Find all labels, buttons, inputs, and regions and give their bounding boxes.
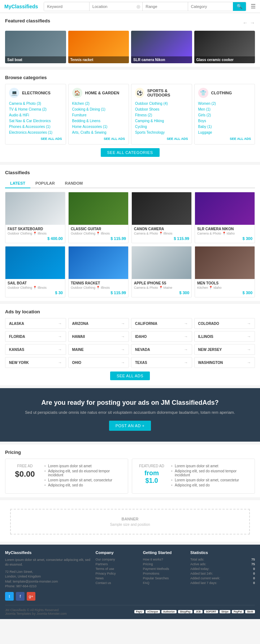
cat-see-all[interactable]: SEE ALL ADS (9, 137, 62, 141)
location-input[interactable] (90, 2, 134, 11)
see-all-categories-button[interactable]: SEE ALL CATEGORIES (101, 148, 160, 157)
location-item[interactable]: NEVADA → (131, 344, 192, 355)
twitter-button[interactable]: t (5, 592, 14, 601)
footer-link[interactable]: FAQ (143, 581, 186, 585)
cat-link[interactable]: Girls (2) (198, 113, 211, 117)
location-item[interactable]: WASHINGTON → (194, 357, 255, 368)
cat-name: HOME & GARDEN (85, 91, 120, 95)
footer-link[interactable]: Privacy Policy (96, 572, 139, 575)
location-item[interactable]: FLORIDA → (5, 331, 66, 342)
googleplus-button[interactable]: g+ (27, 592, 35, 601)
location-item[interactable]: OHIO → (68, 357, 129, 368)
cat-link[interactable]: Arts, Crafts & Sewing (72, 130, 107, 134)
product-category: Outdoor Clothing 📍Illinois (71, 232, 126, 235)
featured-item[interactable]: Sail boat (5, 31, 66, 63)
tab-random[interactable]: RANDOM (60, 179, 88, 188)
cat-link[interactable]: Bedding & Linens (72, 119, 100, 123)
location-item[interactable]: IDAHO → (131, 331, 192, 342)
product-card[interactable]: SLR CAMERA NIKON Camera & Photo 📍Idaho $… (195, 192, 255, 243)
cat-link[interactable]: Sports Technology (135, 130, 165, 134)
pricing-grid: FREE AD $0.00 Lorem ipsum dolor sit amet… (5, 459, 255, 494)
cat-link[interactable]: Men (1) (198, 107, 211, 111)
cat-link[interactable]: Kitchen (2) (72, 102, 90, 106)
classifieds-tabs: LATEST POPULAR RANDOM (5, 179, 255, 188)
keyword-input[interactable] (44, 2, 89, 11)
cat-link[interactable]: Electronics Accessories (1) (9, 130, 52, 134)
cat-link[interactable]: TV & Home Cinema (2) (9, 107, 47, 111)
featured-next[interactable]: → (250, 20, 255, 26)
cat-link[interactable]: Sat Nav & Car Electronics (9, 119, 51, 123)
cat-link[interactable]: Audio & HiFi (9, 113, 29, 117)
footer-link[interactable]: Terms of use (96, 567, 139, 571)
footer-link[interactable]: Partners (96, 562, 139, 566)
footer-link[interactable]: Promotions (143, 572, 186, 575)
cat-link[interactable]: Fitness (2) (135, 113, 152, 117)
stat-row: Active ads:75 (190, 562, 255, 566)
price-feature: Lorem ipsum dolor sit amet, consectetur (44, 478, 123, 482)
location-item[interactable]: KANSAS → (5, 344, 66, 355)
product-card[interactable]: APPLE IPHONE 5S Camera & Photo 📍Maine $ … (131, 246, 192, 297)
location-item[interactable]: TEXAS → (131, 357, 192, 368)
range-input[interactable] (143, 2, 187, 11)
cat-see-all[interactable]: SEE ALL ADS (72, 137, 125, 141)
tab-latest[interactable]: LATEST (5, 179, 30, 188)
cat-link[interactable]: Cooking & Dining (1) (72, 107, 105, 111)
location-item[interactable]: MAINE → (68, 344, 129, 355)
product-card[interactable]: FAST SKATEBOARD Outdoor Clothing 📍Illino… (5, 192, 65, 243)
featured-prev[interactable]: ← (243, 20, 248, 26)
tab-popular[interactable]: POPULAR (30, 179, 60, 188)
location-item[interactable]: COLORADO → (194, 318, 255, 329)
location-item[interactable]: ALASKA → (5, 318, 66, 329)
featured-item[interactable]: Glass ceramic cooker (194, 31, 255, 63)
cat-link[interactable]: Boys (198, 119, 206, 123)
ads-by-location-title: Ads by location (5, 309, 255, 314)
featured-label: Sail boat (5, 56, 66, 63)
facebook-button[interactable]: f (16, 592, 25, 601)
see-all-ads-button[interactable]: SEE ALL ADS (110, 372, 150, 380)
footer-link[interactable]: Our company (96, 558, 139, 561)
search-button[interactable]: 🔍 (233, 2, 246, 11)
cat-link[interactable]: Home Accessories (1) (72, 125, 108, 129)
cat-link[interactable]: Furniture (72, 113, 87, 117)
footer-link[interactable]: News (96, 576, 139, 580)
product-card[interactable]: MEN TOOLS Kitchen 📍Idaho $ 300 (195, 246, 255, 297)
footer-link[interactable]: How it works? (143, 558, 186, 561)
featured-item[interactable]: SLR camera Nikon (131, 31, 192, 63)
product-category: Outdoor Clothing 📍Illinois (71, 286, 126, 289)
cat-link[interactable]: Camera & Photo (3) (9, 102, 41, 106)
product-card[interactable]: CANON CAMERA Camera & Photo 📍Illinois $ … (131, 192, 192, 243)
post-ad-button[interactable]: POST AN AD + (109, 421, 151, 431)
cat-link[interactable]: Outdoor Clothing (4) (135, 102, 168, 106)
footer-link[interactable]: Pricing (143, 562, 186, 566)
cat-link[interactable]: Camping & Hiking (135, 119, 164, 123)
location-item[interactable]: HAWAII → (68, 331, 129, 342)
product-info: CLASSIC GUITAR Outdoor Clothing 📍Illinoi… (69, 225, 128, 243)
product-card[interactable]: TENNIS RACKET Outdoor Clothing 📍Illinois… (68, 246, 129, 297)
location-item[interactable]: CALIFORNIA → (131, 318, 192, 329)
cat-see-all[interactable]: SEE ALL ADS (198, 137, 251, 141)
menu-icon[interactable]: ☰ (251, 3, 256, 10)
footer-link[interactable]: Popular Searches (143, 576, 186, 580)
arrow-icon: → (58, 334, 62, 339)
cat-link[interactable]: Luggage (198, 130, 212, 134)
location-item[interactable]: NEW JERSEY → (194, 344, 255, 355)
location-item[interactable]: NEW YORK → (5, 357, 66, 368)
cat-link[interactable]: Outdoor Shoes (135, 107, 159, 111)
product-info: SAIL BOAT Outdoor Clothing 📍Illinois $ 3… (5, 279, 65, 297)
category-input[interactable] (188, 2, 233, 11)
featured-item[interactable]: Tennis racket (68, 31, 129, 63)
location-item[interactable]: ILLINOIS → (194, 331, 255, 342)
footer-link[interactable]: Payment Methods (143, 567, 186, 571)
category-card-sports: ⚽ SPORTS & OUTDOORS Outdoor Clothing (4)… (131, 84, 192, 145)
cat-link[interactable]: Women (2) (198, 102, 216, 106)
product-card[interactable]: CLASSIC GUITAR Outdoor Clothing 📍Illinoi… (68, 192, 129, 243)
cat-see-all[interactable]: SEE ALL ADS (135, 137, 188, 141)
cat-link[interactable]: Phones & Accessories (1) (9, 125, 51, 129)
product-card[interactable]: SAIL BOAT Outdoor Clothing 📍Illinois $ 3… (5, 246, 65, 297)
arrow-icon: → (121, 347, 125, 352)
cat-link[interactable]: Baby (1) (198, 125, 212, 129)
price-feature: Adipiscing elit, sed do (44, 483, 123, 487)
footer-link[interactable]: Contact us (96, 581, 139, 585)
cat-link[interactable]: Cycling (135, 125, 147, 129)
location-item[interactable]: ARIZONA → (68, 318, 129, 329)
